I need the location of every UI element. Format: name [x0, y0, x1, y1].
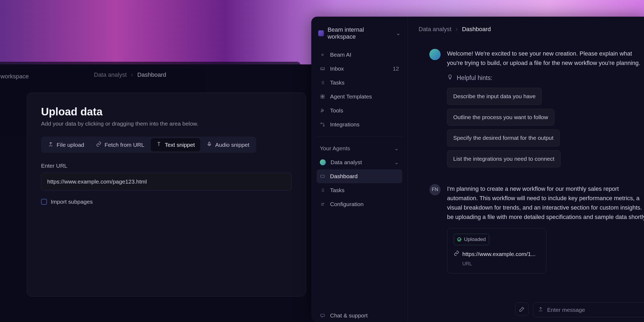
- sidebar-item-label: Integrations: [330, 121, 360, 128]
- tab-audio-snippet-label: Audio snippet: [215, 142, 249, 148]
- modal-subtitle: Add your data by clicking or dragging th…: [41, 120, 292, 127]
- list-icon: [320, 80, 325, 85]
- user-avatar: FN: [429, 184, 441, 195]
- svg-rect-4: [321, 97, 322, 98]
- tab-fetch-url-label: Fetch from URL: [105, 142, 144, 148]
- message-input-placeholder: Enter message: [547, 307, 585, 313]
- grid-icon: [320, 94, 325, 99]
- bot-message-text: Welcome! We're excited to see your new c…: [447, 49, 644, 68]
- hint-chip[interactable]: Describe the input data you have: [447, 88, 542, 105]
- svg-rect-2: [321, 95, 322, 96]
- hint-chip[interactable]: List the integrations you need to connec…: [447, 150, 561, 167]
- svg-point-7: [323, 125, 324, 126]
- sidebar-item-label: Agent Templates: [330, 93, 372, 100]
- upload-status-label: Uploaded: [464, 235, 486, 243]
- modal-title: Upload data: [41, 106, 292, 118]
- sidebar-item-label: Configuration: [330, 201, 364, 207]
- sidebar-item-label: Beam AI: [330, 52, 351, 58]
- sidebar-item-label: Tasks: [330, 187, 345, 193]
- link-icon: [454, 250, 459, 259]
- sidebar-agent-data-analyst[interactable]: Data analyst ⌄: [317, 155, 402, 169]
- inbox-icon: [320, 66, 325, 71]
- import-subpages-row[interactable]: Import subpages: [41, 199, 292, 205]
- mic-icon: [207, 141, 212, 148]
- workspace-switcher[interactable]: Beam internal workspace ⌄: [317, 24, 402, 48]
- chevron-right-icon: ›: [131, 71, 133, 78]
- check-circle-icon: [457, 237, 461, 241]
- sidebar-item-chat-support[interactable]: Chat & support: [317, 309, 402, 322]
- sidebar-item-beam-ai[interactable]: Beam AI: [317, 48, 402, 62]
- attachment-card[interactable]: Uploaded https://www.example.com/1... UR…: [447, 228, 546, 273]
- import-subpages-label: Import subpages: [51, 199, 93, 205]
- chevron-down-icon: ⌄: [394, 159, 399, 166]
- upload-icon: [48, 141, 53, 148]
- link-icon: [96, 141, 101, 148]
- tab-file-upload[interactable]: File upload: [43, 138, 90, 151]
- dashboard-icon: [320, 174, 325, 179]
- chevron-right-icon: ›: [456, 26, 458, 33]
- message-input[interactable]: Enter message: [533, 302, 644, 317]
- user-message-text: I'm planning to create a new workflow fo…: [447, 184, 644, 222]
- upload-icon: [538, 306, 543, 313]
- bot-avatar: [429, 49, 441, 60]
- chat-area: Welcome! We're excited to see your new c…: [408, 38, 644, 322]
- breadcrumb: Data analyst › Dashboard: [408, 17, 644, 38]
- tab-text-snippet[interactable]: Text snippet: [151, 138, 200, 151]
- sidebar-item-tasks[interactable]: Tasks: [317, 76, 402, 90]
- sidebar: Beam internal workspace ⌄ Beam AI Inbox …: [311, 17, 408, 322]
- sidebar-item-inbox[interactable]: Inbox 12: [317, 62, 402, 76]
- chat-icon: [320, 313, 325, 318]
- text-icon: [156, 141, 162, 148]
- sparkle-icon: [320, 52, 325, 57]
- sidebar-section-agents[interactable]: Your Agents ⌄: [317, 141, 402, 155]
- sidebar-item-label: Tasks: [330, 79, 345, 86]
- svg-point-6: [321, 123, 322, 124]
- section-label: Your Agents: [320, 145, 350, 152]
- breadcrumb-parent[interactable]: Data analyst: [419, 26, 451, 33]
- message-user: FN I'm planning to create a new workflow…: [429, 184, 644, 274]
- sidebar-item-integrations[interactable]: Integrations: [317, 118, 402, 131]
- list-icon: [320, 188, 325, 193]
- sidebar-item-label: Inbox: [330, 65, 344, 72]
- wrench-icon: [320, 108, 325, 113]
- hint-chip[interactable]: Specify the desired format for the outpu…: [447, 129, 560, 147]
- svg-rect-11: [321, 314, 324, 317]
- tab-text-snippet-label: Text snippet: [165, 142, 195, 148]
- svg-rect-5: [323, 97, 324, 98]
- sliders-icon: [320, 202, 325, 207]
- checkbox-icon[interactable]: [41, 199, 47, 205]
- hints-label: Helpful hints:: [457, 73, 492, 83]
- integration-icon: [320, 122, 325, 127]
- message-bot: Welcome! We're excited to see your new c…: [429, 49, 644, 171]
- attachment-name: https://www.example.com/1...: [462, 250, 536, 259]
- breadcrumb-current: Dashboard: [462, 26, 491, 33]
- svg-rect-3: [323, 95, 324, 96]
- magic-wand-button[interactable]: [515, 302, 529, 316]
- chevron-down-icon: ⌄: [394, 145, 399, 152]
- sidebar-item-dashboard[interactable]: Dashboard: [317, 169, 402, 183]
- upload-data-modal: Upload data Add your data by clicking or…: [27, 93, 306, 297]
- divider: [317, 136, 402, 137]
- hints-header: Helpful hints:: [447, 73, 644, 83]
- tab-audio-snippet[interactable]: Audio snippet: [201, 138, 255, 151]
- tab-fetch-url[interactable]: Fetch from URL: [91, 138, 150, 151]
- sidebar-item-label: Chat & support: [330, 312, 368, 319]
- lightbulb-icon: [447, 73, 453, 83]
- back-breadcrumb-parent: Data analyst: [94, 71, 127, 78]
- inbox-badge: 12: [393, 65, 399, 72]
- url-input[interactable]: [41, 173, 292, 191]
- svg-rect-0: [209, 142, 210, 145]
- main-window: Beam internal workspace ⌄ Beam AI Inbox …: [311, 17, 644, 322]
- main-panel: Data analyst › Dashboard Welcome! We're …: [408, 17, 644, 322]
- svg-point-9: [323, 203, 324, 204]
- sidebar-item-agent-templates[interactable]: Agent Templates: [317, 90, 402, 104]
- chevron-down-icon: ⌄: [396, 30, 401, 37]
- hint-chip[interactable]: Outline the process you want to follow: [447, 109, 554, 126]
- svg-rect-8: [321, 175, 324, 178]
- back-breadcrumb: Data analyst › Dashboard: [94, 71, 166, 78]
- sidebar-item-configuration[interactable]: Configuration: [317, 197, 402, 211]
- sidebar-item-tools[interactable]: Tools: [317, 104, 402, 118]
- attachment-type: URL: [462, 260, 540, 268]
- sidebar-item-agent-tasks[interactable]: Tasks: [317, 183, 402, 197]
- sidebar-item-label: Tools: [330, 107, 343, 114]
